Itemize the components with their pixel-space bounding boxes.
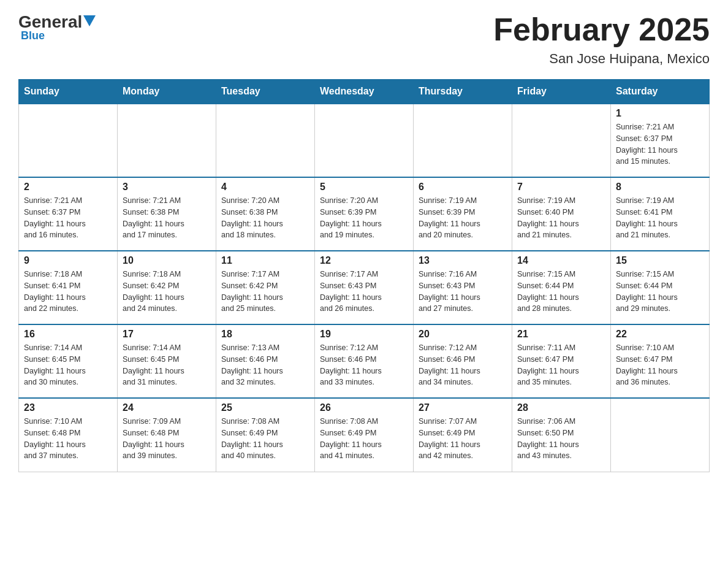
day-number: 6 bbox=[419, 182, 507, 193]
weekday-header-sunday: Sunday bbox=[19, 80, 118, 104]
day-info: Sunrise: 7:19 AMSunset: 6:40 PMDaylight:… bbox=[517, 195, 605, 241]
weekday-header-row: SundayMondayTuesdayWednesdayThursdayFrid… bbox=[19, 80, 710, 104]
calendar-cell: 25Sunrise: 7:08 AMSunset: 6:49 PMDayligh… bbox=[216, 398, 315, 472]
day-number: 23 bbox=[24, 402, 112, 413]
title-area: February 2025 San Jose Huipana, Mexico bbox=[493, 12, 710, 67]
day-number: 4 bbox=[221, 182, 309, 193]
calendar-week-row: 23Sunrise: 7:10 AMSunset: 6:48 PMDayligh… bbox=[19, 398, 710, 472]
day-info: Sunrise: 7:14 AMSunset: 6:45 PMDaylight:… bbox=[24, 342, 112, 388]
day-info: Sunrise: 7:21 AMSunset: 6:37 PMDaylight:… bbox=[24, 195, 112, 241]
day-info: Sunrise: 7:21 AMSunset: 6:37 PMDaylight:… bbox=[616, 121, 704, 167]
day-number: 9 bbox=[24, 255, 112, 266]
calendar-cell bbox=[315, 104, 414, 177]
calendar-cell bbox=[19, 104, 118, 177]
calendar-cell: 15Sunrise: 7:15 AMSunset: 6:44 PMDayligh… bbox=[611, 251, 710, 324]
day-number: 8 bbox=[616, 182, 704, 193]
logo-blue: Blue bbox=[18, 29, 45, 42]
page-header: General Blue February 2025 San Jose Huip… bbox=[18, 12, 710, 67]
day-info: Sunrise: 7:09 AMSunset: 6:48 PMDaylight:… bbox=[123, 416, 211, 462]
day-number: 17 bbox=[123, 329, 211, 340]
day-number: 22 bbox=[616, 329, 704, 340]
day-number: 7 bbox=[517, 182, 605, 193]
day-info: Sunrise: 7:12 AMSunset: 6:46 PMDaylight:… bbox=[419, 342, 507, 388]
calendar-cell: 16Sunrise: 7:14 AMSunset: 6:45 PMDayligh… bbox=[19, 324, 118, 398]
day-info: Sunrise: 7:07 AMSunset: 6:49 PMDaylight:… bbox=[419, 416, 507, 462]
calendar-cell bbox=[216, 104, 315, 177]
weekday-header-monday: Monday bbox=[118, 80, 216, 104]
weekday-header-friday: Friday bbox=[512, 80, 611, 104]
weekday-header-tuesday: Tuesday bbox=[216, 80, 315, 104]
day-number: 21 bbox=[517, 329, 605, 340]
day-info: Sunrise: 7:06 AMSunset: 6:50 PMDaylight:… bbox=[517, 416, 605, 462]
day-number: 20 bbox=[419, 329, 507, 340]
logo: General Blue bbox=[18, 12, 96, 42]
calendar-cell: 17Sunrise: 7:14 AMSunset: 6:45 PMDayligh… bbox=[118, 324, 216, 398]
weekday-header-saturday: Saturday bbox=[611, 80, 710, 104]
day-number: 2 bbox=[24, 182, 112, 193]
calendar-cell bbox=[414, 104, 512, 177]
calendar-table: SundayMondayTuesdayWednesdayThursdayFrid… bbox=[18, 79, 710, 472]
day-info: Sunrise: 7:20 AMSunset: 6:39 PMDaylight:… bbox=[320, 195, 408, 241]
calendar-cell: 1Sunrise: 7:21 AMSunset: 6:37 PMDaylight… bbox=[611, 104, 710, 177]
day-number: 28 bbox=[517, 402, 605, 413]
calendar-header: SundayMondayTuesdayWednesdayThursdayFrid… bbox=[19, 80, 710, 104]
day-info: Sunrise: 7:19 AMSunset: 6:39 PMDaylight:… bbox=[419, 195, 507, 241]
calendar-cell bbox=[118, 104, 216, 177]
day-info: Sunrise: 7:15 AMSunset: 6:44 PMDaylight:… bbox=[616, 269, 704, 315]
day-number: 11 bbox=[221, 255, 309, 266]
day-number: 19 bbox=[320, 329, 408, 340]
day-number: 25 bbox=[221, 402, 309, 413]
day-info: Sunrise: 7:18 AMSunset: 6:41 PMDaylight:… bbox=[24, 269, 112, 315]
day-info: Sunrise: 7:10 AMSunset: 6:48 PMDaylight:… bbox=[24, 416, 112, 462]
calendar-week-row: 1Sunrise: 7:21 AMSunset: 6:37 PMDaylight… bbox=[19, 104, 710, 177]
day-info: Sunrise: 7:17 AMSunset: 6:43 PMDaylight:… bbox=[320, 269, 408, 315]
day-number: 15 bbox=[616, 255, 704, 266]
day-info: Sunrise: 7:16 AMSunset: 6:43 PMDaylight:… bbox=[419, 269, 507, 315]
calendar-cell: 5Sunrise: 7:20 AMSunset: 6:39 PMDaylight… bbox=[315, 177, 414, 251]
day-info: Sunrise: 7:13 AMSunset: 6:46 PMDaylight:… bbox=[221, 342, 309, 388]
day-info: Sunrise: 7:12 AMSunset: 6:46 PMDaylight:… bbox=[320, 342, 408, 388]
calendar-cell bbox=[512, 104, 611, 177]
day-info: Sunrise: 7:11 AMSunset: 6:47 PMDaylight:… bbox=[517, 342, 605, 388]
calendar-cell: 26Sunrise: 7:08 AMSunset: 6:49 PMDayligh… bbox=[315, 398, 414, 472]
day-info: Sunrise: 7:17 AMSunset: 6:42 PMDaylight:… bbox=[221, 269, 309, 315]
weekday-header-thursday: Thursday bbox=[414, 80, 512, 104]
day-number: 14 bbox=[517, 255, 605, 266]
calendar-cell: 2Sunrise: 7:21 AMSunset: 6:37 PMDaylight… bbox=[19, 177, 118, 251]
day-number: 10 bbox=[123, 255, 211, 266]
calendar-cell: 14Sunrise: 7:15 AMSunset: 6:44 PMDayligh… bbox=[512, 251, 611, 324]
day-number: 24 bbox=[123, 402, 211, 413]
calendar-cell: 22Sunrise: 7:10 AMSunset: 6:47 PMDayligh… bbox=[611, 324, 710, 398]
day-number: 27 bbox=[419, 402, 507, 413]
day-number: 18 bbox=[221, 329, 309, 340]
day-number: 3 bbox=[123, 182, 211, 193]
day-info: Sunrise: 7:08 AMSunset: 6:49 PMDaylight:… bbox=[221, 416, 309, 462]
day-info: Sunrise: 7:18 AMSunset: 6:42 PMDaylight:… bbox=[123, 269, 211, 315]
calendar-cell: 7Sunrise: 7:19 AMSunset: 6:40 PMDaylight… bbox=[512, 177, 611, 251]
calendar-cell: 12Sunrise: 7:17 AMSunset: 6:43 PMDayligh… bbox=[315, 251, 414, 324]
calendar-cell: 28Sunrise: 7:06 AMSunset: 6:50 PMDayligh… bbox=[512, 398, 611, 472]
weekday-header-wednesday: Wednesday bbox=[315, 80, 414, 104]
day-info: Sunrise: 7:08 AMSunset: 6:49 PMDaylight:… bbox=[320, 416, 408, 462]
day-info: Sunrise: 7:10 AMSunset: 6:47 PMDaylight:… bbox=[616, 342, 704, 388]
calendar-cell: 13Sunrise: 7:16 AMSunset: 6:43 PMDayligh… bbox=[414, 251, 512, 324]
calendar-cell: 11Sunrise: 7:17 AMSunset: 6:42 PMDayligh… bbox=[216, 251, 315, 324]
calendar-cell: 18Sunrise: 7:13 AMSunset: 6:46 PMDayligh… bbox=[216, 324, 315, 398]
calendar-cell: 10Sunrise: 7:18 AMSunset: 6:42 PMDayligh… bbox=[118, 251, 216, 324]
day-number: 1 bbox=[616, 108, 704, 119]
calendar-week-row: 9Sunrise: 7:18 AMSunset: 6:41 PMDaylight… bbox=[19, 251, 710, 324]
calendar-cell: 9Sunrise: 7:18 AMSunset: 6:41 PMDaylight… bbox=[19, 251, 118, 324]
month-title: February 2025 bbox=[493, 12, 710, 47]
calendar-week-row: 2Sunrise: 7:21 AMSunset: 6:37 PMDaylight… bbox=[19, 177, 710, 251]
location-title: San Jose Huipana, Mexico bbox=[493, 51, 710, 67]
logo-triangle-icon bbox=[83, 15, 96, 26]
calendar-cell bbox=[611, 398, 710, 472]
day-number: 26 bbox=[320, 402, 408, 413]
calendar-cell: 23Sunrise: 7:10 AMSunset: 6:48 PMDayligh… bbox=[19, 398, 118, 472]
day-info: Sunrise: 7:15 AMSunset: 6:44 PMDaylight:… bbox=[517, 269, 605, 315]
day-info: Sunrise: 7:19 AMSunset: 6:41 PMDaylight:… bbox=[616, 195, 704, 241]
calendar-cell: 21Sunrise: 7:11 AMSunset: 6:47 PMDayligh… bbox=[512, 324, 611, 398]
calendar-cell: 20Sunrise: 7:12 AMSunset: 6:46 PMDayligh… bbox=[414, 324, 512, 398]
calendar-cell: 3Sunrise: 7:21 AMSunset: 6:38 PMDaylight… bbox=[118, 177, 216, 251]
day-info: Sunrise: 7:21 AMSunset: 6:38 PMDaylight:… bbox=[123, 195, 211, 241]
